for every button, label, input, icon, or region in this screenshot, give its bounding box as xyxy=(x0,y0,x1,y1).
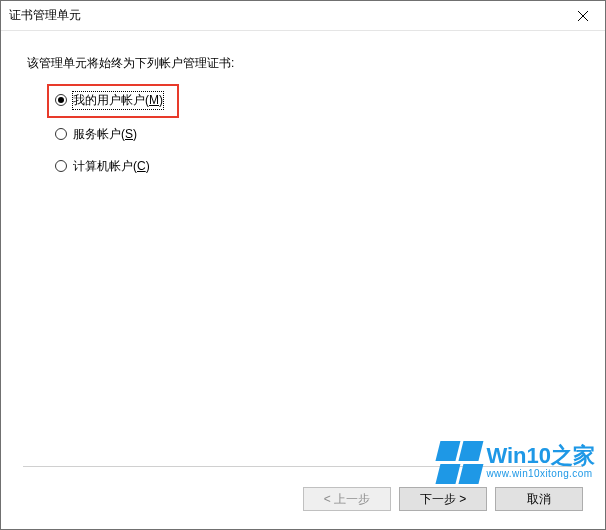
window-title: 证书管理单元 xyxy=(9,7,81,24)
radio-icon xyxy=(55,160,67,172)
radio-icon xyxy=(55,128,67,140)
radio-my-user-account[interactable]: 我的用户帐户(M) xyxy=(55,90,579,110)
close-button[interactable] xyxy=(560,1,605,30)
back-button: < 上一步 xyxy=(303,487,391,511)
wizard-buttons: < 上一步 下一步 > 取消 xyxy=(303,487,583,511)
next-button[interactable]: 下一步 > xyxy=(399,487,487,511)
content-area: 该管理单元将始终为下列帐户管理证书: 我的用户帐户(M) 服务帐户(S) 计算机… xyxy=(1,31,605,176)
windows-logo-icon xyxy=(438,441,480,483)
radio-service-account[interactable]: 服务帐户(S) xyxy=(55,124,579,144)
radio-label: 我的用户帐户(M) xyxy=(73,92,163,109)
close-icon xyxy=(578,11,588,21)
watermark-text: Win10之家 www.win10xitong.com xyxy=(486,445,595,479)
radio-label: 计算机帐户(C) xyxy=(73,158,150,175)
radio-icon xyxy=(55,94,67,106)
watermark: Win10之家 www.win10xitong.com xyxy=(438,441,595,483)
account-radio-group: 我的用户帐户(M) 服务帐户(S) 计算机帐户(C) xyxy=(55,90,579,176)
titlebar: 证书管理单元 xyxy=(1,1,605,31)
cancel-button[interactable]: 取消 xyxy=(495,487,583,511)
dialog-window: 证书管理单元 该管理单元将始终为下列帐户管理证书: 我的用户帐户(M) 服务帐户… xyxy=(0,0,606,530)
prompt-text: 该管理单元将始终为下列帐户管理证书: xyxy=(27,55,579,72)
radio-label: 服务帐户(S) xyxy=(73,126,137,143)
radio-computer-account[interactable]: 计算机帐户(C) xyxy=(55,156,579,176)
